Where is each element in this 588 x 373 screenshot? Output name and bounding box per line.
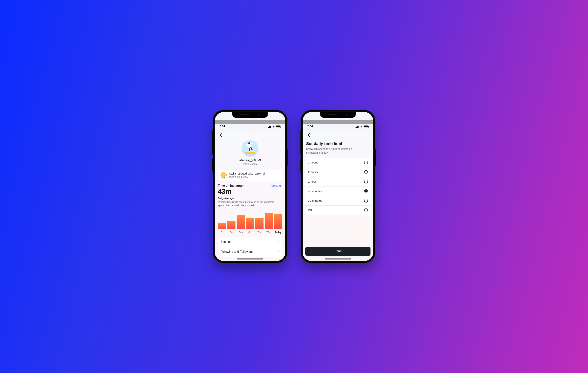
time-value: 43m (218, 188, 282, 195)
chevron-right-icon (278, 240, 280, 244)
page-title: Set daily time limit (303, 139, 373, 146)
content-left: 2:04 (215, 112, 285, 261)
option-label: 45 minutes (308, 190, 322, 193)
time-limit-options: 3 hours2 hours1 hour45 minutes30 minutes… (305, 158, 370, 215)
page-description: Stella can spend this amount of time on … (303, 146, 359, 155)
time-limit-option[interactable]: 2 hours (305, 167, 370, 177)
chart-bar (255, 218, 263, 229)
set-limit-link[interactable]: Set Limit (271, 184, 282, 187)
wifi-icon (360, 126, 363, 128)
chart-x-label: Mon (246, 231, 254, 234)
chevron-left-icon (307, 133, 310, 137)
notification-card[interactable]: ! Stella reported cake_baker_cj December… (218, 170, 282, 181)
chart-x-label: Tue (255, 231, 263, 234)
back-button[interactable] (305, 132, 312, 139)
time-description: Average time Stella spent per day using … (218, 200, 278, 207)
stage: 2:04 (147, 95, 441, 278)
list-label: Following and Followers (220, 250, 253, 254)
settings-list: Settings Following and Followers (218, 237, 282, 257)
time-subheading: Daily Average (218, 197, 282, 200)
time-limit-option[interactable]: 45 minutes (305, 187, 370, 196)
chart-x-label: Fri (218, 231, 226, 234)
chart-bar (265, 213, 273, 229)
notification-title: Stella reported cake_baker_cj (229, 172, 265, 175)
done-button[interactable]: Done (305, 247, 370, 256)
time-limit-option[interactable]: 30 minutes (305, 196, 370, 206)
option-label: 3 hours (308, 161, 318, 164)
screen-left: 2:04 (215, 112, 285, 261)
alert-badge-icon: ! (225, 177, 227, 179)
avatar[interactable] (242, 140, 258, 157)
option-label: Off (308, 209, 312, 212)
phone-right: 2:04 Set (301, 110, 375, 263)
usage-bar-chart (218, 211, 282, 229)
chart-x-labels: FriSatSunMonTueWedToday (218, 231, 282, 234)
notification-date: December 2, 2021 (229, 175, 265, 178)
time-limit-option[interactable]: 1 hour (305, 177, 370, 187)
home-indicator (325, 258, 351, 259)
status-icons (356, 126, 369, 128)
notch (320, 112, 356, 118)
phone-left: 2:04 (213, 110, 287, 263)
notch (232, 112, 268, 118)
chevron-left-icon (220, 133, 222, 137)
list-item-following[interactable]: Following and Followers (218, 247, 282, 257)
status-icons (268, 126, 281, 128)
option-label: 2 hours (308, 171, 318, 174)
full-name: Stella Jones (243, 162, 257, 165)
battery-icon (364, 126, 369, 128)
chart-bar (227, 221, 235, 229)
home-indicator (237, 258, 263, 259)
time-heading: Time on Instagram (218, 184, 244, 187)
time-limit-option[interactable]: 3 hours (305, 158, 370, 167)
time-section: Time on Instagram Set Limit 43m Daily Av… (215, 181, 285, 207)
chart-x-label: Wed (265, 231, 273, 234)
radio-icon (364, 199, 368, 202)
topbar (215, 131, 285, 139)
notification-avatar: ! (220, 172, 227, 179)
status-time: 2:04 (307, 125, 313, 128)
wifi-icon (272, 126, 275, 128)
chart-bar (237, 215, 245, 229)
option-label: 1 hour (308, 180, 316, 183)
radio-icon (364, 189, 368, 193)
chart-x-label: Today (274, 231, 282, 234)
sheet-right: Set daily time limit Stella can spend th… (303, 131, 373, 261)
radio-icon (364, 161, 368, 164)
topbar (303, 131, 373, 139)
chart-x-label: Sat (227, 231, 235, 234)
cellular-icon (356, 126, 359, 128)
status-time: 2:04 (219, 125, 225, 128)
cellular-icon (268, 126, 271, 128)
time-limit-option[interactable]: Off (305, 206, 370, 215)
sheet-left: stellas_gr00v3 Stella Jones ! Stella rep… (215, 131, 285, 261)
list-label: Settings (220, 240, 231, 244)
chart-bar (218, 223, 226, 229)
radio-icon (364, 180, 368, 183)
content-right: 2:04 Set (303, 112, 373, 261)
option-label: 30 minutes (308, 199, 322, 202)
screen-right: 2:04 Set (303, 112, 373, 261)
chart-bar (274, 214, 282, 229)
chevron-right-icon (278, 250, 280, 254)
list-item-settings[interactable]: Settings (218, 237, 282, 247)
radio-icon (364, 170, 368, 174)
radio-icon (364, 208, 368, 212)
profile-header: stellas_gr00v3 Stella Jones (215, 139, 285, 167)
chart-x-label: Sun (237, 231, 245, 234)
status-bar: 2:04 (215, 120, 285, 128)
back-button[interactable] (218, 132, 224, 139)
battery-icon (276, 126, 281, 128)
chart-bar (246, 218, 254, 229)
username: stellas_gr00v3 (239, 159, 261, 162)
status-bar: 2:04 (303, 120, 373, 128)
